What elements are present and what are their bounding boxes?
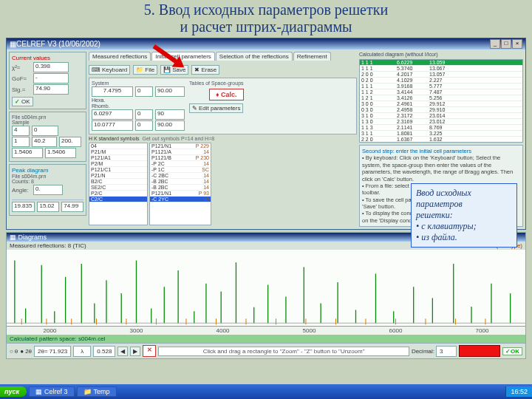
a-input[interactable]: 7.4795 <box>92 86 133 97</box>
control-bar: ○θ ●2θ 2θ= 71.923 λ 0.528 ◀ ▶ ✕ Click an… <box>7 343 525 358</box>
ok-button[interactable]: ✓OK <box>12 97 33 106</box>
taskbar-app-celref[interactable]: ▦Celref 3 <box>29 386 75 397</box>
lambda2[interactable]: 1.5406 <box>45 148 76 158</box>
theta-label: θ <box>15 348 18 355</box>
annot-b1: • с клавиатуры; <box>416 221 512 232</box>
file-name: s004m.prn <box>21 115 46 120</box>
gof-value: - <box>33 73 69 83</box>
param-e[interactable]: 200. <box>59 137 81 147</box>
keyboard-icon: ⌨ <box>92 66 100 73</box>
erase-label: Erase <box>201 66 216 73</box>
counts: Counts: 8 <box>12 179 83 184</box>
spacegroup-list-right[interactable]: P121/N1P 229P1121/A14P1121/BP 230-P 2C14… <box>149 143 211 225</box>
diffraction-chart[interactable] <box>7 250 525 326</box>
ok2-label: OK <box>511 348 519 355</box>
decimal-label: Decimal: <box>412 348 434 355</box>
rhomb-label: Rhomb. <box>92 103 110 109</box>
taskbar-app-temp[interactable]: 📁Temp <box>77 386 117 397</box>
calc-button[interactable]: ♦ Calc. <box>209 89 244 100</box>
app-icon: ▦ <box>35 388 42 395</box>
calc-diagram-header: Calculated diagram (without I/Icor) <box>359 52 523 57</box>
status-bar: Calculated pattern space: s004m.cel <box>7 335 525 343</box>
file-label: File <box>12 115 20 120</box>
clear-button[interactable]: ✕ <box>143 345 156 357</box>
chi2-value: 0.398 <box>33 62 69 72</box>
file-button[interactable]: 📁File <box>133 65 157 75</box>
diagram-info-left: Measured reflections: 8 (TIC) <box>10 242 86 249</box>
slide-annotation: Ввод исходных параметров решетки: • с кл… <box>411 183 517 248</box>
decimal-input[interactable]: 3 <box>436 346 457 357</box>
c-input[interactable]: 6.0297 <box>92 109 133 120</box>
taskbar[interactable]: пуск ▦Celref 3 📁Temp 16:52 <box>0 384 532 399</box>
chi2-label: χ²= <box>12 64 31 71</box>
close-button[interactable]: × <box>512 39 522 49</box>
tables-label: Tables of Space-groups <box>189 81 244 86</box>
col-d: 13.059 <box>428 60 460 65</box>
2theta-label: 2θ <box>25 348 32 355</box>
ok-label: OK <box>21 98 30 105</box>
g-input[interactable]: 10.0777 <box>92 120 133 131</box>
foot-a: 19.835 <box>12 202 35 212</box>
lambda-readout: 0.528 <box>93 346 115 357</box>
calc-label: Calc. <box>221 91 237 98</box>
theta-radio[interactable]: ○θ <box>10 348 18 355</box>
system-panel: System 7.4795 0 90.00 Hexa. Rhomb. 6.029… <box>89 78 357 134</box>
beta-input[interactable]: 90 <box>155 109 185 120</box>
gof-label: GoF= <box>12 75 31 82</box>
sig-value: 74.90 <box>33 84 69 95</box>
system-label: System <box>92 81 185 86</box>
lambda-unit: λ <box>73 346 91 357</box>
param-d[interactable]: 40.2 <box>32 137 57 147</box>
d-input[interactable]: 0 <box>135 109 153 120</box>
edit-label: Edit parameters <box>199 105 240 112</box>
tab-selection[interactable]: Selection of the reflections <box>216 52 293 61</box>
pencil-icon: ✎ <box>192 105 197 112</box>
spacegroup-list-left[interactable]: 04P21/MP121/A1P2/MP121/C1P21/NB2/CSE2/CP… <box>89 143 148 225</box>
h-input[interactable]: 0 <box>135 120 153 131</box>
diagram-title: Diagrams <box>18 233 47 241</box>
angle-input[interactable]: 0. <box>33 185 63 195</box>
col-2theta: 6.6229 <box>395 60 428 65</box>
tb1-label: Celref 3 <box>44 388 68 395</box>
x-readout: 2θ= 71.923 <box>34 346 71 357</box>
start-button[interactable]: пуск <box>0 386 27 397</box>
toolbar: ⌨Keyboard 📁File 💾Save ✖Erase <box>89 64 357 76</box>
2theta-radio[interactable]: ●2θ <box>20 348 32 355</box>
tb2-label: Temp <box>94 388 110 395</box>
param-c[interactable]: 1 <box>12 137 30 147</box>
b-input[interactable]: 0 <box>135 86 153 97</box>
system-tray[interactable]: 16:52 <box>505 386 532 397</box>
maximize-button[interactable]: □ <box>501 39 511 49</box>
annot-b2: • из файла. <box>416 232 512 243</box>
param-a[interactable]: 4 <box>12 126 30 136</box>
reflections-table[interactable]: 1 1 16.622913.059 1 1 15.374013.0672 0 0… <box>359 59 523 143</box>
clock: 16:52 <box>511 388 528 395</box>
kb-label: Keyboard <box>102 66 127 73</box>
minimize-button[interactable]: _ <box>490 39 500 49</box>
ok-indicator[interactable]: ✓OK <box>502 347 522 355</box>
next-button[interactable]: ▶ <box>130 347 140 356</box>
keyboard-button[interactable]: ⌨Keyboard <box>89 65 130 75</box>
x-axis: 200030004000500060007000 <box>7 326 525 335</box>
annot-l1: Ввод исходных <box>416 188 512 199</box>
folder-icon: 📁 <box>83 388 92 395</box>
window-title: CELREF V3 (10/06/2002) <box>16 40 490 48</box>
annot-l2: параметров <box>416 199 512 210</box>
alpha-input[interactable]: 90.00 <box>155 86 185 97</box>
sig-label: Sig.= <box>12 86 31 93</box>
title-bar[interactable]: ▦ CELREF V3 (10/06/2002) _ □ × <box>7 38 525 50</box>
param-b[interactable]: 0 <box>32 126 58 136</box>
tab-refinement[interactable]: Refinement <box>293 52 331 61</box>
edit-params-button[interactable]: ✎Edit parameters <box>189 103 243 113</box>
file2-label: File <box>12 174 20 179</box>
file-btn-label: File <box>145 66 154 73</box>
erase-button[interactable]: ✖Erase <box>191 65 219 75</box>
prev-button[interactable]: ◀ <box>117 347 128 356</box>
panel-header: Current values <box>12 55 83 61</box>
tab-measured[interactable]: Measured reflections <box>89 52 151 61</box>
diagram-icon: ▦ <box>10 233 16 241</box>
foot-b: 15.02 <box>37 202 59 212</box>
lambda1[interactable]: 1.5406 <box>12 148 43 158</box>
gamma-input[interactable]: 90.00 <box>155 120 185 131</box>
file-panel: File s004m.prn Sample 40 140.2200. 1.540… <box>9 112 86 162</box>
